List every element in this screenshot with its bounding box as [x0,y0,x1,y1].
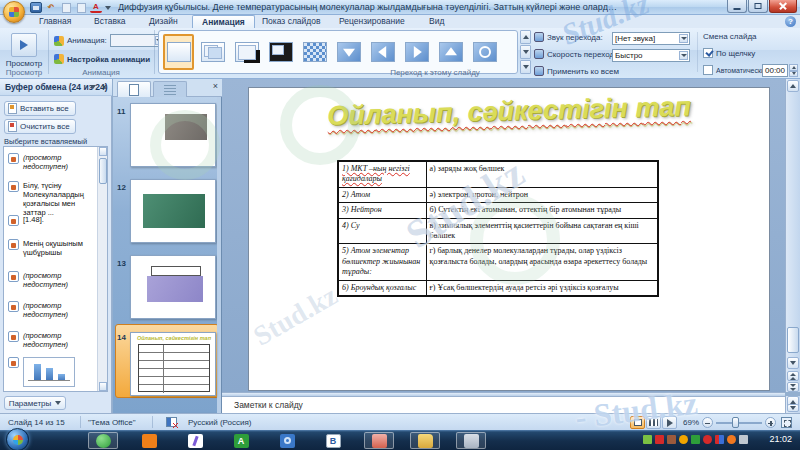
transition-sound-select[interactable]: [Нет звука] [612,32,690,45]
tray-icon-error[interactable] [703,435,712,444]
repeat-icon[interactable] [60,2,72,13]
clipboard-item[interactable]: (просмотр недоступен) [8,153,94,171]
clipboard-item[interactable]: [1.48]. [8,215,94,226]
slide-canvas[interactable]: Ойланып, сәйкестігін тап 1) МКТ –ның нег… [248,87,770,391]
clipboard-item[interactable]: Білу, түсіну Молекулалардың қозғалысы ме… [8,181,94,217]
transition-fade-smoothly[interactable] [197,34,228,70]
slide-thumbnail-13[interactable]: 13 [113,255,219,327]
clear-all-button[interactable]: Очистить все [4,119,76,134]
tray-icon-brown[interactable] [667,435,676,444]
taskbar-app-b[interactable]: B [318,432,348,449]
slide-sorter-button[interactable] [646,416,661,429]
previous-slide-button[interactable] [787,371,799,381]
theme-name[interactable]: "Тема Office" [88,418,136,427]
qat-customize-icon[interactable] [105,6,111,10]
tray-icon-red[interactable] [655,435,664,444]
taskbar-app-folder[interactable] [410,432,440,449]
tab-retsenzirovanie[interactable]: Рецензирование [330,15,414,28]
auto-after-spinner[interactable] [789,64,798,77]
transition-wheel[interactable] [469,34,500,70]
clipboard-item[interactable]: (просмотр недоступен) [8,301,94,319]
tray-icon-sun[interactable] [727,435,736,444]
save-icon[interactable] [30,2,42,13]
zoom-in-icon[interactable] [765,417,776,428]
normal-view-button[interactable] [630,416,645,429]
thumbnails-scrollbar[interactable] [217,97,221,413]
system-tray[interactable] [643,435,748,444]
zoom-slider-thumb[interactable] [732,417,739,428]
notes-scrollbar[interactable] [785,396,800,413]
scroll-down-icon[interactable] [787,357,799,369]
paste-all-button[interactable]: Вставить все [4,101,76,116]
print-preview-icon[interactable] [75,2,87,13]
undo-icon[interactable]: ↶ [45,2,57,13]
auto-after-time[interactable]: 00:00 [762,64,788,77]
tab-animatsiya[interactable]: Анимация [192,15,255,28]
scroll-up-icon[interactable] [787,80,799,92]
slideshow-button[interactable] [662,416,677,429]
scroll-down-icon[interactable] [99,382,107,391]
clipboard-scrollbar[interactable] [97,147,107,391]
transition-cut-through-black[interactable] [265,34,296,70]
taskbar-app-grey[interactable] [456,432,486,449]
zoom-level[interactable]: 69% [683,418,699,427]
transition-push-right[interactable] [401,34,432,70]
slide-thumbnail-11[interactable]: 11 [113,103,219,175]
taskbar-app-powerpoint[interactable] [364,432,394,449]
tray-icon-flag[interactable] [739,435,748,444]
taskbar-app-orange[interactable] [134,432,164,449]
tray-icon-antivirus[interactable] [691,435,700,444]
custom-animation-button[interactable]: Настройка анимации [67,55,150,64]
tab-dizain[interactable]: Дизайн [140,15,187,28]
taskbar-app-media[interactable] [88,432,118,449]
taskbar-app-settings[interactable] [272,432,302,449]
close-button[interactable] [769,0,797,13]
transition-fade-through-black[interactable] [231,34,262,70]
transition-dissolve[interactable] [299,34,330,70]
tab-glavnaya[interactable]: Главная [30,15,80,28]
zoom-out-icon[interactable] [702,417,713,428]
tray-icon-green[interactable] [643,435,652,444]
maximize-button[interactable] [748,0,768,13]
slide-thumbnail-14-selected[interactable]: 14 Ойланып, сәйкестігін тап [113,329,219,409]
thumbnails-close-icon[interactable]: × [213,81,220,96]
options-button[interactable]: Параметры [4,396,66,410]
scroll-down-icon[interactable] [787,404,799,412]
transition-push-left[interactable] [367,34,398,70]
office-button[interactable] [3,1,25,23]
tab-slides[interactable] [117,81,151,97]
clipboard-item[interactable]: (просмотр недоступен) [8,271,94,289]
tab-outline[interactable] [153,81,187,97]
clipboard-item-chart[interactable] [8,357,94,387]
transition-push-down[interactable] [333,34,364,70]
tab-pokaz-slaidov[interactable]: Показ слайдов [253,15,330,28]
transition-cover-up[interactable] [435,34,466,70]
taskbar-app-music[interactable] [180,432,210,449]
language-indicator[interactable]: Русский (Россия) [188,418,251,427]
editor-scrollbar[interactable] [785,79,800,392]
gallery-scroll-up[interactable] [520,30,531,44]
tab-vstavka[interactable]: Вставка [85,15,135,28]
pane-close-icon[interactable]: × [102,82,107,92]
clipboard-item[interactable]: (просмотр недоступен) [8,331,94,349]
scroll-up-icon[interactable] [99,147,107,156]
transition-speed-select[interactable]: Быстро [612,49,690,62]
scroll-thumb[interactable] [99,158,107,184]
next-slide-button[interactable] [787,382,799,392]
tray-icon-redblue[interactable] [715,435,724,444]
on-click-checkbox[interactable] [703,48,713,58]
gallery-scroll-down[interactable] [520,45,531,59]
slide-table[interactable]: 1) МКТ –ның негізгі қағидаларыа) заряды … [337,160,659,297]
taskbar-app-a[interactable]: A [226,432,256,449]
tab-vid[interactable]: Вид [420,15,453,28]
start-button[interactable] [6,428,29,450]
help-icon[interactable]: ? [785,16,796,27]
tray-icon-gold[interactable] [679,435,688,444]
pane-menu-icon[interactable] [90,85,96,89]
minimize-button[interactable] [727,0,747,13]
font-color-icon[interactable]: A [90,2,102,13]
zoom-slider-track[interactable] [716,422,762,424]
spellcheck-icon[interactable] [166,417,177,427]
notes-pane[interactable]: Заметки к слайду [222,396,785,413]
slide-thumbnail-12[interactable]: 12 [113,179,219,251]
